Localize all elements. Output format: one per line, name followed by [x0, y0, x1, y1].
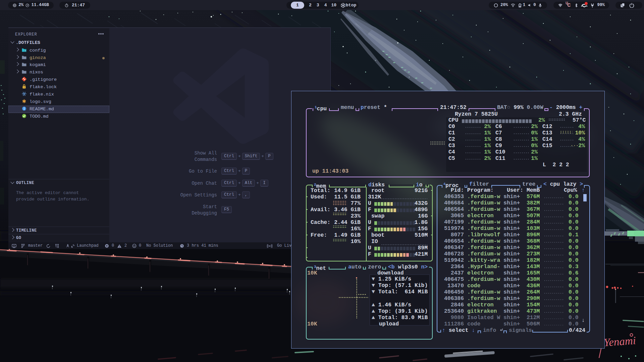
- svg-text:*: *: [521, 4, 522, 6]
